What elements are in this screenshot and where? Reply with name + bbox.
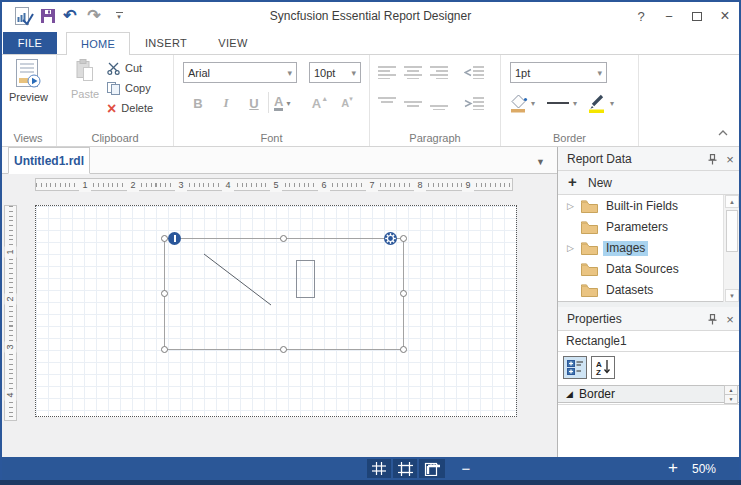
new-button[interactable]: + New [558,171,739,195]
collapse-ribbon-button[interactable] [714,125,732,141]
tree-item-images[interactable]: ▷ Images [558,238,722,259]
zoom-out-button[interactable]: − [458,460,474,476]
close-icon[interactable]: × [723,312,737,326]
properties-title: Properties [567,312,622,326]
resize-handle-bottom-right[interactable] [400,346,407,353]
preview-button[interactable]: Preview [6,59,51,103]
alphabetical-sort-button[interactable]: A Z [591,356,615,379]
grid-icon [372,462,386,475]
grow-font-button[interactable]: A ▲ [310,93,330,113]
maximize-icon [692,12,702,21]
align-top-button[interactable] [378,97,396,110]
scroll-up-button[interactable]: ▲ [725,195,739,208]
align-middle-icon [404,97,422,110]
spin-down-button[interactable]: ▼ [724,394,738,404]
fill-color-button[interactable]: ▾ [509,91,541,115]
border-width-combobox[interactable]: 1pt ▾ [510,62,607,83]
scrollbar-thumb[interactable] [726,210,738,252]
chevron-down-icon: ▾ [287,68,292,78]
ribbon-group-clipboard: Paste Cut Copy × Delete [57,55,174,146]
spin-down-icon: ▼ [729,396,734,402]
close-button[interactable]: × [715,6,735,26]
folder-icon [581,221,598,234]
tree-scrollbar[interactable]: ▲ ▼ [723,195,739,302]
resize-handle-bottom-center[interactable] [280,346,287,353]
info-badge[interactable] [168,232,181,245]
resize-handle-middle-left[interactable] [161,290,168,297]
report-data-title: Report Data [567,152,632,166]
pin-icon[interactable] [705,312,719,326]
property-category-border[interactable]: ◢ Border ▲ ▼ [558,385,739,403]
report-page[interactable] [35,205,517,417]
settings-badge[interactable] [384,232,397,245]
bold-button[interactable]: B [188,93,208,113]
resize-handle-top-center[interactable] [280,235,287,242]
categorized-view-button[interactable] [563,356,587,379]
paste-button[interactable]: Paste [65,59,105,100]
zoom-in-button[interactable]: + [664,459,682,477]
copy-button[interactable]: Copy [107,79,151,97]
tab-file[interactable]: FILE [3,32,57,54]
tab-home[interactable]: HOME [66,32,130,55]
minimize-button[interactable]: − [659,6,679,26]
window-title: Syncfusion Essential Report Designer [0,9,741,23]
align-top-icon [378,97,396,110]
decrease-indent-button[interactable] [464,66,484,79]
zoom-level-label: 50% [692,462,716,476]
align-middle-button[interactable] [404,97,422,110]
pin-icon[interactable] [705,152,719,166]
resize-handle-top-right[interactable] [400,235,407,242]
clipboard-group-label: Clipboard [57,132,173,144]
tree-item-parameters[interactable]: Parameters [558,217,722,238]
close-icon[interactable]: × [723,152,737,166]
align-bottom-button[interactable] [430,97,448,110]
help-button[interactable]: ? [631,6,651,26]
statusbar: − + 50% [0,457,741,480]
chevron-down-icon: ▾ [531,99,535,108]
align-left-button[interactable] [378,66,396,79]
align-right-button[interactable] [430,66,448,79]
category-expanded-icon: ◢ [566,389,573,399]
increase-indent-button[interactable] [464,97,484,110]
paste-icon [76,59,94,85]
resize-handle-bottom-left[interactable] [161,346,168,353]
cut-button[interactable]: Cut [107,59,142,77]
align-center-button[interactable] [404,66,422,79]
application-window: ↶ ↷ ▾ Syncfusion Essential Report Design… [0,0,741,485]
document-tab-untitled1[interactable]: Untitled1.rdl [8,147,90,174]
paint-bucket-icon [509,94,528,113]
toggle-margins-button[interactable] [393,459,417,478]
maximize-button[interactable] [687,6,707,26]
delete-icon: × [107,102,116,115]
resize-handle-top-left[interactable] [161,235,168,242]
tree-item-data-sources[interactable]: Data Sources [558,259,722,280]
delete-button[interactable]: × Delete [107,99,153,117]
font-color-button[interactable]: A ▾ [274,93,304,113]
selected-rectangle-rectangle1[interactable] [164,238,404,350]
border-color-button[interactable]: ▾ [589,91,621,115]
folder-icon [581,263,598,276]
shrink-font-button[interactable]: A ▾ [336,93,358,113]
page-margins-icon [398,462,413,476]
tree-item-datasets[interactable]: Datasets [558,280,722,301]
resize-handle-middle-right[interactable] [400,290,407,297]
tab-list-dropdown-button[interactable]: ▼ [536,157,545,167]
tree-item-built-in-fields[interactable]: ▷ Built-in Fields [558,196,722,217]
properties-header: Properties × [558,307,739,331]
border-style-button[interactable]: ▾ [547,91,583,115]
italic-button[interactable]: I [216,93,236,113]
border-group-label: Border [501,132,638,144]
toggle-ruler-button[interactable] [419,459,445,478]
expander-icon[interactable]: ▷ [567,201,574,211]
window-left-border [0,0,2,480]
tab-insert[interactable]: INSERT [135,32,197,54]
expander-icon[interactable]: ▷ [567,243,574,253]
font-size-combobox[interactable]: 10pt ▾ [309,62,361,83]
ruler-ticks [5,206,16,420]
underline-button[interactable]: U [244,93,264,113]
plus-icon: + [568,173,577,190]
font-family-combobox[interactable]: Arial ▾ [183,62,297,83]
toggle-grid-button[interactable] [367,459,391,478]
scroll-down-button[interactable]: ▼ [725,289,739,302]
tab-view[interactable]: VIEW [204,32,262,54]
